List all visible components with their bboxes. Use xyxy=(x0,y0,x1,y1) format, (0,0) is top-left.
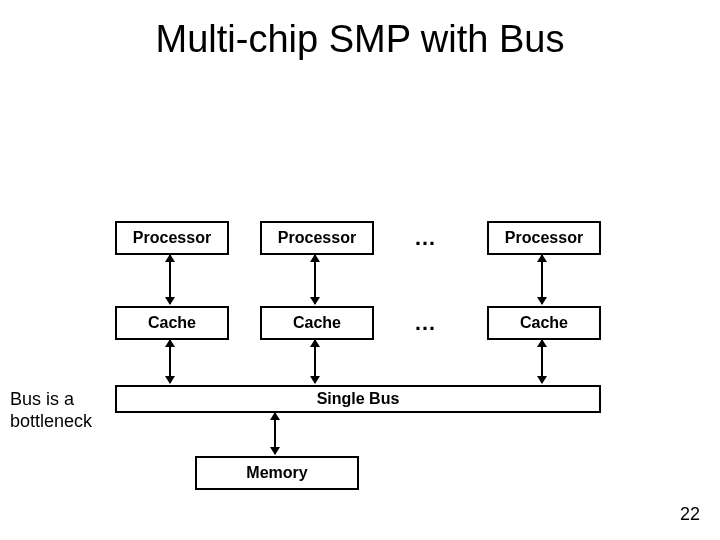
processor-box-2: Processor xyxy=(260,221,374,255)
page-number: 22 xyxy=(680,504,700,525)
arrow-cache-bus-n xyxy=(541,340,543,383)
cache-box-1: Cache xyxy=(115,306,229,340)
slide-title: Multi-chip SMP with Bus xyxy=(0,0,720,61)
processor-box-n: Processor xyxy=(487,221,601,255)
arrow-cache-bus-2 xyxy=(314,340,316,383)
arrow-cache-bus-1 xyxy=(169,340,171,383)
arrow-proc-cache-2 xyxy=(314,255,316,304)
bottleneck-note: Bus is a bottleneck xyxy=(10,389,92,432)
arrow-proc-cache-n xyxy=(541,255,543,304)
cache-box-n: Cache xyxy=(487,306,601,340)
cache-box-2: Cache xyxy=(260,306,374,340)
processor-ellipsis: … xyxy=(405,225,445,251)
cache-ellipsis: … xyxy=(405,310,445,336)
arrow-bus-memory xyxy=(274,413,276,454)
memory-box: Memory xyxy=(195,456,359,490)
single-bus-box: Single Bus xyxy=(115,385,601,413)
arrow-proc-cache-1 xyxy=(169,255,171,304)
processor-box-1: Processor xyxy=(115,221,229,255)
